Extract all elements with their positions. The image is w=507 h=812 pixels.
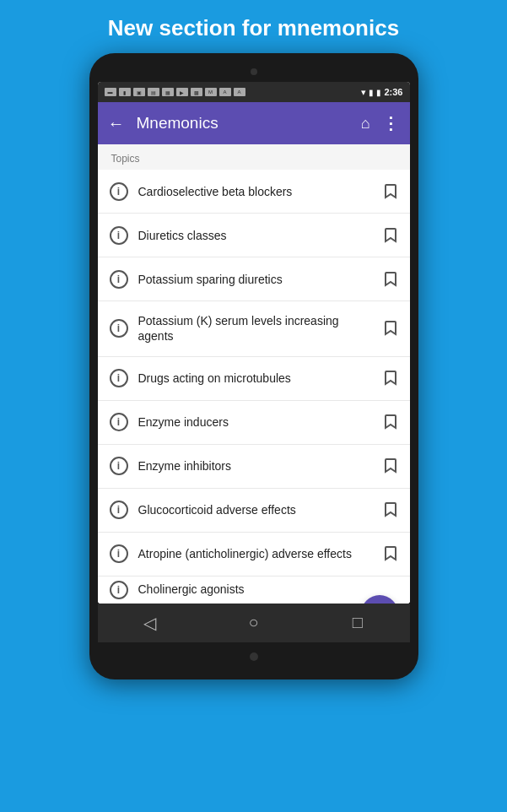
topic-list: iCardioselective beta blockersiDiuretics…: [98, 170, 410, 603]
status-icons-right: ▾ ▮ ▮ 2:36: [361, 87, 402, 98]
bookmark-icon[interactable]: [383, 369, 398, 387]
screen: ▬ ▮ ▣ ▤ ▦ ▶ ▩ M A A ▾ ▮ ▮ 2:36 ← Mnemoni…: [98, 82, 410, 603]
device-top: [98, 65, 410, 82]
bookmark-icon[interactable]: [383, 413, 398, 431]
topic-label: Glucocorticoid adverse effects: [138, 502, 376, 517]
battery-small-icon: ▮: [119, 88, 131, 96]
topic-label: Cholinergic agonists: [138, 582, 398, 597]
topic-item[interactable]: iPotassium (K) serum levels increasing a…: [98, 301, 410, 356]
img-icon: ▣: [133, 88, 145, 96]
nav-home-button[interactable]: ○: [228, 604, 278, 642]
topic-item[interactable]: iAtropine (anticholinergic) adverse effe…: [98, 533, 410, 577]
a2-icon: A: [234, 88, 245, 96]
info-icon: i: [110, 226, 128, 245]
wifi-icon: ▾: [361, 87, 366, 98]
topic-item[interactable]: iDrugs acting on microtubules: [98, 357, 410, 401]
topic-label: Diuretics classes: [138, 228, 376, 243]
info-icon: i: [110, 182, 128, 201]
signal-icon: ▬: [105, 88, 116, 96]
nav-bar: ◁ ○ □: [98, 604, 410, 642]
bookmark-icon[interactable]: [383, 270, 398, 289]
info-icon: i: [110, 413, 128, 431]
data2-icon: ▦: [162, 88, 174, 96]
topic-label: Enzyme inhibitors: [138, 458, 376, 474]
device: ▬ ▮ ▣ ▤ ▦ ▶ ▩ M A A ▾ ▮ ▮ 2:36 ← Mnemoni…: [89, 53, 418, 679]
bookmark-icon[interactable]: [383, 319, 398, 338]
bookmark-icon[interactable]: [383, 226, 398, 245]
play-icon: ▶: [176, 88, 188, 96]
info-icon: i: [110, 501, 128, 519]
app-bar: ← Mnemonics ⌂ ⋮: [98, 102, 410, 144]
info-icon: i: [110, 544, 128, 563]
topics-section-label: Topics: [98, 144, 410, 170]
info-icon: i: [110, 457, 128, 475]
bookmark-icon[interactable]: [383, 457, 398, 475]
home-indicator: [250, 652, 258, 661]
mail-icon: M: [205, 88, 217, 96]
topic-label: Cardioselective beta blockers: [138, 184, 376, 199]
bookmark-icon[interactable]: [383, 544, 398, 563]
time-display: 2:36: [384, 87, 402, 97]
status-bar: ▬ ▮ ▣ ▤ ▦ ▶ ▩ M A A ▾ ▮ ▮ 2:36: [98, 82, 410, 102]
nav-recents-button[interactable]: □: [332, 604, 383, 642]
topic-item[interactable]: iCholinergic agonists: [98, 577, 410, 604]
info-icon: i: [110, 270, 128, 289]
topic-item[interactable]: iGlucocorticoid adverse effects: [98, 489, 410, 533]
more-button[interactable]: ⋮: [382, 113, 400, 133]
signal-bars-icon: ▮: [369, 88, 374, 97]
topic-item[interactable]: iCardioselective beta blockers: [98, 170, 410, 214]
a-icon: A: [219, 88, 231, 96]
battery-icon: ▮: [376, 88, 381, 97]
device-bottom: [250, 642, 258, 664]
app-bar-title: Mnemonics: [137, 114, 349, 133]
bookmark-icon[interactable]: [383, 182, 398, 201]
content: Topics iCardioselective beta blockersiDi…: [98, 144, 410, 603]
topic-label: Potassium (K) serum levels increasing ag…: [138, 313, 376, 344]
topic-label: Atropine (anticholinergic) adverse effec…: [138, 546, 376, 561]
info-icon: i: [110, 369, 128, 387]
topic-item[interactable]: iEnzyme inhibitors: [98, 445, 410, 489]
bookmark-icon[interactable]: [383, 501, 398, 519]
data-icon: ▤: [148, 88, 159, 96]
cal-icon: ▩: [191, 88, 202, 96]
topic-item[interactable]: iEnzyme inducers: [98, 401, 410, 445]
topic-label: Enzyme inducers: [138, 414, 376, 430]
home-button[interactable]: ⌂: [361, 115, 370, 133]
status-icons-left: ▬ ▮ ▣ ▤ ▦ ▶ ▩ M A A: [105, 88, 245, 96]
topic-label: Drugs acting on microtubules: [138, 371, 376, 386]
nav-back-button[interactable]: ◁: [124, 604, 175, 642]
info-icon: i: [110, 319, 128, 338]
camera: [251, 68, 257, 75]
back-button[interactable]: ←: [108, 114, 125, 133]
topic-item[interactable]: iPotassium sparing diuretics: [98, 257, 410, 301]
page-title: New section for mnemonics: [91, 0, 416, 53]
info-icon: i: [110, 581, 128, 599]
topic-item[interactable]: iDiuretics classes: [98, 214, 410, 257]
topic-label: Potassium sparing diuretics: [138, 272, 376, 287]
